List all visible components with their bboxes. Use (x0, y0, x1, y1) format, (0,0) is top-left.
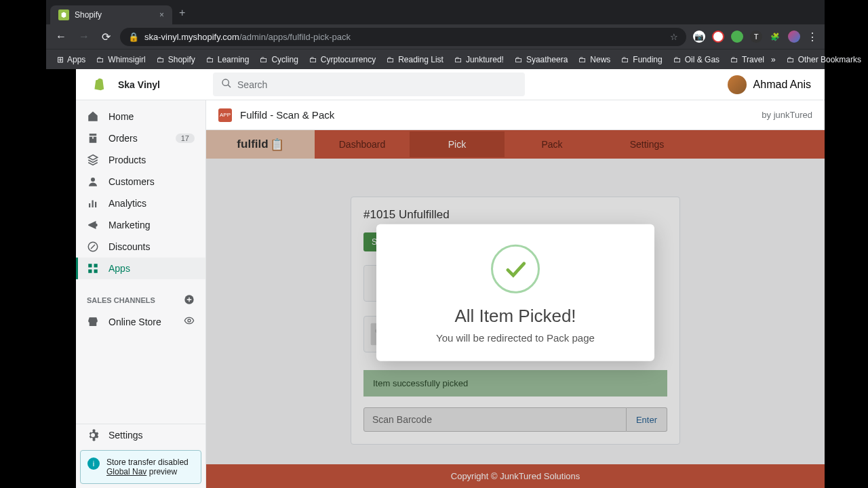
star-icon[interactable]: ☆ (670, 32, 678, 42)
shopify-header: Ska Vinyl Search Ahmad Anis (76, 69, 825, 100)
bookmarks-overflow[interactable]: » (771, 55, 776, 64)
banner-link[interactable]: Global Nav (106, 467, 146, 476)
forward-button[interactable]: → (76, 28, 92, 45)
sidebar-item-online-store[interactable]: Online Store (76, 310, 205, 333)
folder-icon: 🗀 (515, 55, 523, 64)
badge: 17 (176, 134, 195, 143)
folder-icon: 🗀 (206, 55, 214, 64)
tab-title: Shopify (75, 10, 102, 20)
search-icon (221, 78, 232, 91)
modal-title: All Item Picked! (390, 306, 641, 327)
app-badge-icon: APP (218, 108, 232, 122)
folder-icon: 🗀 (730, 55, 738, 64)
bookmark-folder[interactable]: 🗀News (574, 52, 614, 67)
shopify-logo-icon[interactable] (90, 77, 106, 93)
sidebar-item-orders[interactable]: Orders17 (76, 127, 205, 149)
svg-point-11 (91, 178, 95, 182)
folder-icon: 🗀 (621, 55, 629, 64)
app-iframe: fulfild📋 DashboardPickPackSettings #1015… (206, 130, 825, 488)
shopify-admin: Ska Vinyl Search Ahmad Anis HomeOrders17… (76, 69, 825, 488)
tab-close-button[interactable]: × (159, 10, 164, 20)
content-area: APP Fulfild - Scan & Pack by junkTured f… (206, 100, 825, 488)
extension-icons: 📷 T 🧩 ⋮ (693, 30, 818, 43)
app-header: APP Fulfild - Scan & Pack by junkTured (206, 100, 825, 130)
home-icon (87, 110, 99, 123)
sidebar-item-marketing[interactable]: Marketing (76, 214, 205, 236)
ext-icon-4[interactable]: T (750, 30, 762, 43)
extensions-icon[interactable]: 🧩 (769, 30, 781, 43)
gear-icon (87, 429, 99, 441)
bookmark-folder[interactable]: 🗀Syaatheera (511, 52, 572, 67)
app-title: Fulfild - Scan & Pack (240, 109, 334, 121)
new-tab-button[interactable]: + (172, 1, 192, 24)
view-icon[interactable] (184, 315, 195, 328)
folder-icon: 🗀 (157, 55, 165, 64)
url-field[interactable]: 🔒 ska-vinyl.myshopify.com/admin/apps/ful… (120, 28, 686, 46)
folder-icon: 🗀 (673, 55, 682, 64)
store-name[interactable]: Ska Vinyl (118, 79, 160, 90)
check-icon (491, 245, 540, 293)
bookmark-folder[interactable]: 🗀Shopify (153, 52, 199, 67)
lock-icon: 🔒 (128, 32, 139, 42)
sidebar-item-apps[interactable]: Apps (76, 258, 205, 279)
svg-rect-18 (88, 270, 92, 273)
profile-avatar-icon[interactable] (788, 30, 800, 43)
bookmark-folder[interactable]: 🗀Travel (726, 52, 768, 67)
store-icon (87, 316, 99, 328)
app-author[interactable]: by junkTured (762, 110, 812, 120)
info-icon: i (87, 458, 100, 470)
bookmark-folder[interactable]: 🗀Reading List (382, 52, 448, 67)
user-name: Ahmad Anis (753, 79, 811, 91)
svg-rect-13 (92, 201, 94, 208)
ext-icon-2[interactable] (712, 30, 724, 43)
avatar (728, 75, 747, 94)
folder-icon: 🗀 (578, 55, 587, 64)
bookmark-folder[interactable]: 🗀Funding (617, 52, 666, 67)
svg-rect-14 (95, 202, 96, 207)
shopify-favicon-icon (58, 9, 69, 20)
bookmark-folder[interactable]: 🗀Learning (202, 52, 254, 67)
apps-icon (87, 262, 99, 274)
sidebar-item-home[interactable]: Home (76, 106, 205, 127)
svg-rect-12 (89, 203, 90, 207)
address-bar: ← → ⟳ 🔒 ska-vinyl.myshopify.com/admin/ap… (46, 24, 825, 49)
sidebar-item-products[interactable]: Products (76, 149, 205, 171)
customers-icon (87, 176, 99, 188)
bookmark-folder[interactable]: 🗀Oil & Gas (669, 52, 724, 67)
bookmark-folder[interactable]: 🗀Cyrptocurrency (305, 52, 380, 67)
apps-shortcut[interactable]: ⊞Apps (53, 52, 90, 67)
bookmark-folder[interactable]: 🗀Junktured! (450, 52, 508, 67)
bookmark-folder[interactable]: 🗀Cycling (256, 52, 302, 67)
svg-rect-17 (94, 264, 98, 267)
sidebar-item-analytics[interactable]: Analytics (76, 192, 205, 214)
bookmark-folder[interactable]: 🗀Whimsigirl (92, 52, 149, 67)
products-icon (87, 154, 99, 166)
add-channel-button[interactable] (184, 294, 195, 306)
folder-icon: 🗀 (260, 55, 268, 64)
svg-point-10 (222, 79, 229, 85)
folder-icon: 🗀 (309, 55, 317, 64)
folder-icon: 🗀 (387, 55, 395, 64)
sidebar-item-customers[interactable]: Customers (76, 171, 205, 192)
sidebar-item-settings[interactable]: Settings (76, 424, 205, 446)
ext-icon-3[interactable] (731, 30, 743, 43)
marketing-icon (87, 219, 99, 231)
sidebar-item-discounts[interactable]: Discounts (76, 236, 205, 258)
browser-tab[interactable]: Shopify × (50, 5, 172, 24)
ext-icon-1[interactable]: 📷 (693, 30, 705, 43)
other-bookmarks[interactable]: 🗀Other Bookmarks (783, 52, 865, 67)
reload-button[interactable]: ⟳ (99, 28, 113, 46)
info-banner: i Store transfer disabled Global Nav pre… (80, 450, 201, 484)
svg-rect-19 (94, 270, 98, 273)
user-menu[interactable]: Ahmad Anis (728, 75, 811, 94)
svg-point-21 (188, 319, 191, 322)
search-input[interactable]: Search (213, 73, 525, 96)
folder-icon: 🗀 (787, 55, 795, 64)
menu-icon[interactable]: ⋮ (807, 30, 818, 43)
analytics-icon (87, 197, 99, 209)
admin-sidebar: HomeOrders17ProductsCustomersAnalyticsMa… (76, 100, 206, 488)
modal-subtitle: You will be redirected to Pack page (390, 332, 641, 344)
orders-icon (87, 132, 99, 144)
back-button[interactable]: ← (53, 28, 69, 45)
discounts-icon (87, 241, 99, 253)
